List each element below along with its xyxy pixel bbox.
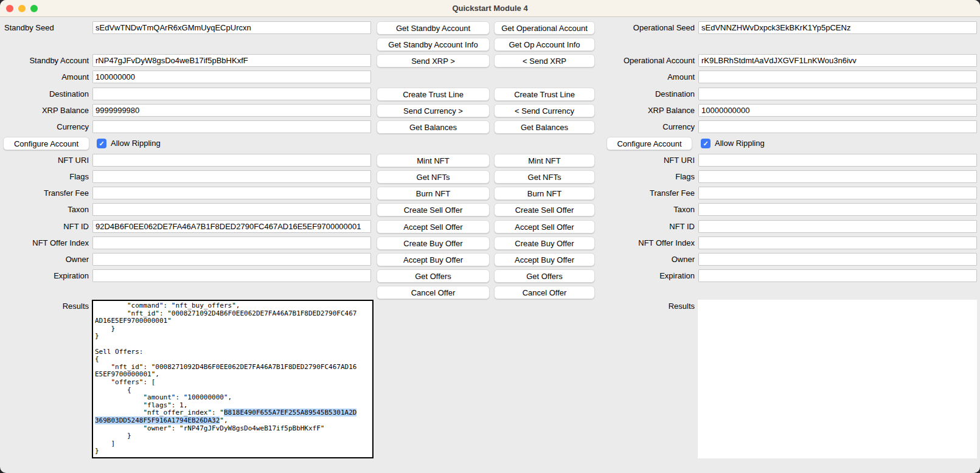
- configure-account-standby-button[interactable]: Configure Account: [3, 137, 89, 150]
- operational-nft-offer-index-input[interactable]: [698, 236, 977, 249]
- operational-transfer-fee-label: Transfer Fee: [606, 187, 695, 200]
- operational-currency-input[interactable]: [698, 120, 977, 133]
- get-nfts-standby-button[interactable]: Get NFTs: [377, 170, 490, 184]
- create-buy-offer-operational-button[interactable]: Create Buy Offer: [494, 236, 595, 250]
- zoom-icon[interactable]: [30, 5, 38, 12]
- app-window: Quickstart Module 4 Standby Seed Get Sta…: [0, 0, 980, 473]
- accept-buy-offer-standby-button[interactable]: Accept Buy Offer: [377, 253, 490, 266]
- create-sell-offer-standby-button[interactable]: Create Sell Offer: [377, 203, 490, 216]
- cancel-offer-standby-button[interactable]: Cancel Offer: [377, 286, 490, 299]
- operational-destination-input[interactable]: [698, 88, 977, 100]
- create-trust-line-operational-button[interactable]: Create Trust Line: [494, 88, 595, 101]
- send-xrp-right-button[interactable]: Send XRP >: [377, 54, 490, 67]
- row-configure: Configure Account ✓ Allow Rippling Confi…: [0, 137, 980, 150]
- operational-destination-label: Destination: [606, 88, 695, 101]
- create-trust-line-standby-button[interactable]: Create Trust Line: [377, 88, 490, 101]
- get-standby-account-info-button[interactable]: Get Standby Account Info: [377, 38, 490, 51]
- row-transfer-fee: Transfer Fee Burn NFT Burn NFT Transfer …: [0, 187, 980, 200]
- send-xrp-left-button[interactable]: < Send XRP: [494, 54, 595, 67]
- standby-nft-id-label: NFT ID: [0, 220, 89, 233]
- checkmark-icon: ✓: [703, 140, 708, 147]
- allow-rippling-standby-checkbox[interactable]: ✓: [97, 139, 106, 148]
- mint-nft-standby-button[interactable]: Mint NFT: [377, 154, 490, 167]
- operational-amount-label: Amount: [606, 71, 695, 84]
- operational-taxon-input[interactable]: [698, 203, 977, 216]
- standby-account-label: Standby Account: [0, 54, 89, 67]
- operational-nft-uri-input[interactable]: [698, 154, 977, 167]
- get-balances-operational-button[interactable]: Get Balances: [494, 120, 595, 134]
- operational-currency-label: Currency: [606, 120, 695, 134]
- get-balances-standby-button[interactable]: Get Balances: [377, 120, 490, 134]
- accept-sell-offer-operational-button[interactable]: Accept Sell Offer: [494, 220, 595, 233]
- operational-nft-id-input[interactable]: [698, 220, 977, 233]
- configure-account-operational-button[interactable]: Configure Account: [606, 137, 692, 150]
- operational-owner-input[interactable]: [698, 253, 977, 266]
- cancel-offer-operational-button[interactable]: Cancel Offer: [494, 286, 595, 299]
- get-op-account-info-button[interactable]: Get Op Account Info: [494, 38, 595, 51]
- operational-transfer-fee-input[interactable]: [698, 187, 977, 199]
- standby-nft-id-input[interactable]: [92, 220, 371, 233]
- operational-amount-input[interactable]: [698, 71, 977, 83]
- standby-expiration-label: Expiration: [0, 269, 89, 283]
- standby-currency-input[interactable]: [92, 120, 371, 133]
- standby-amount-input[interactable]: [92, 71, 371, 83]
- operational-seed-input[interactable]: [698, 21, 977, 34]
- standby-account-input[interactable]: [92, 54, 371, 67]
- allow-rippling-operational-checkbox[interactable]: ✓: [701, 139, 711, 148]
- burn-nft-operational-button[interactable]: Burn NFT: [494, 187, 595, 200]
- standby-nft-offer-index-label: NFT Offer Index: [0, 236, 89, 250]
- minimize-icon[interactable]: [18, 5, 26, 12]
- operational-expiration-input[interactable]: [698, 269, 977, 282]
- operational-flags-label: Flags: [606, 170, 695, 184]
- standby-expiration-input[interactable]: [92, 269, 371, 282]
- standby-seed-input[interactable]: [92, 21, 371, 34]
- operational-seed-label: Operational Seed: [606, 21, 695, 35]
- create-buy-offer-standby-button[interactable]: Create Buy Offer: [377, 236, 490, 250]
- create-sell-offer-operational-button[interactable]: Create Sell Offer: [494, 203, 595, 216]
- row-owner: Owner Accept Buy Offer Accept Buy Offer …: [0, 253, 980, 266]
- operational-results-label: Results: [606, 300, 695, 313]
- standby-nft-uri-input[interactable]: [92, 154, 371, 167]
- close-icon[interactable]: [6, 5, 13, 12]
- row-xrp-balance: XRP Balance Send Currency > < Send Curre…: [0, 104, 980, 117]
- accept-buy-offer-operational-button[interactable]: Accept Buy Offer: [494, 253, 595, 266]
- standby-results-textarea[interactable]: "command": "nft_buy_offers", "nft_id": "…: [92, 300, 374, 458]
- send-currency-right-button[interactable]: Send Currency >: [377, 104, 490, 117]
- operational-results-textarea[interactable]: [698, 300, 977, 458]
- operational-flags-input[interactable]: [698, 170, 977, 183]
- row-destination: Destination Create Trust Line Create Tru…: [0, 88, 980, 101]
- standby-destination-label: Destination: [0, 88, 89, 101]
- row-nft-offer-index: NFT Offer Index Create Buy Offer Create …: [0, 236, 980, 250]
- operational-taxon-label: Taxon: [606, 203, 695, 216]
- get-operational-account-button[interactable]: Get Operational Account: [494, 21, 595, 35]
- standby-owner-input[interactable]: [92, 253, 371, 266]
- row-currency: Currency Get Balances Get Balances Curre…: [0, 120, 980, 134]
- standby-flags-input[interactable]: [92, 170, 371, 183]
- get-standby-account-button[interactable]: Get Standby Account: [377, 21, 490, 35]
- burn-nft-standby-button[interactable]: Burn NFT: [377, 187, 490, 200]
- row-taxon: Taxon Create Sell Offer Create Sell Offe…: [0, 203, 980, 216]
- row-cancel-offer: Cancel Offer Cancel Offer: [0, 286, 980, 299]
- operational-nft-offer-index-label: NFT Offer Index: [606, 236, 695, 250]
- send-currency-left-button[interactable]: < Send Currency: [494, 104, 595, 117]
- standby-nft-offer-index-input[interactable]: [92, 236, 371, 249]
- accept-sell-offer-standby-button[interactable]: Accept Sell Offer: [377, 220, 490, 233]
- get-offers-standby-button[interactable]: Get Offers: [377, 269, 490, 283]
- mint-nft-operational-button[interactable]: Mint NFT: [494, 154, 595, 167]
- operational-nft-id-label: NFT ID: [606, 220, 695, 233]
- standby-amount-label: Amount: [0, 71, 89, 84]
- row-account-info: Get Standby Account Info Get Op Account …: [0, 38, 980, 51]
- operational-xrp-balance-input[interactable]: [698, 104, 977, 117]
- row-flags: Flags Get NFTs Get NFTs Flags: [0, 170, 980, 184]
- standby-flags-label: Flags: [0, 170, 89, 184]
- operational-account-input[interactable]: [698, 54, 977, 67]
- operational-xrp-balance-label: XRP Balance: [606, 104, 695, 117]
- get-nfts-operational-button[interactable]: Get NFTs: [494, 170, 595, 184]
- standby-transfer-fee-input[interactable]: [92, 187, 371, 199]
- standby-destination-input[interactable]: [92, 88, 371, 100]
- get-offers-operational-button[interactable]: Get Offers: [494, 269, 595, 283]
- standby-results-label: Results: [0, 300, 89, 313]
- standby-currency-label: Currency: [0, 120, 89, 134]
- standby-xrp-balance-input[interactable]: [92, 104, 371, 117]
- standby-taxon-input[interactable]: [92, 203, 371, 216]
